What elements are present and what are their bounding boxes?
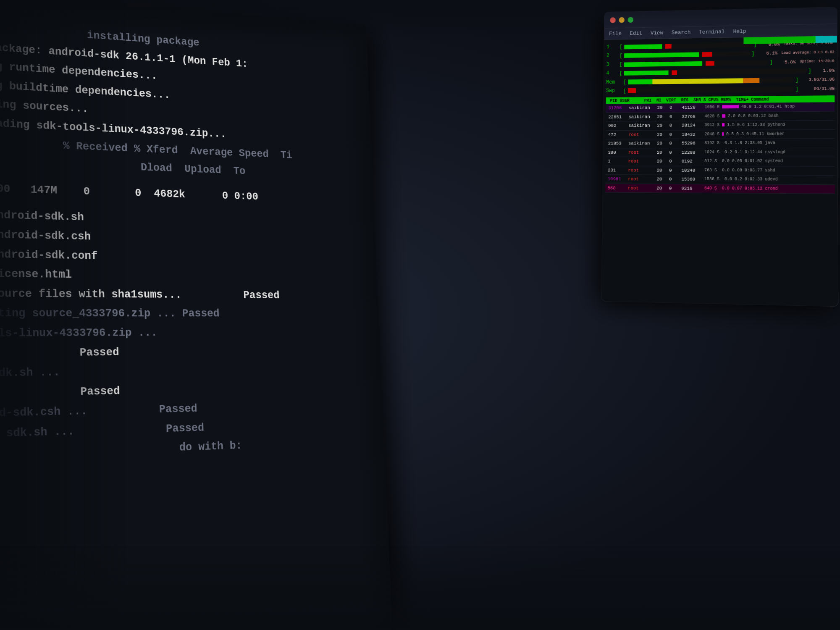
cpu-val-2: 6.1% [756, 50, 777, 57]
proc-virt: 41128 [682, 104, 704, 111]
maximize-button-icon[interactable] [628, 17, 634, 23]
proc-virt: 18432 [682, 131, 704, 138]
proc-ni: 0 [669, 176, 682, 183]
proc-virt: 9216 [681, 185, 704, 192]
proc-virt: 10240 [682, 167, 705, 174]
cpu-section: 1 [ ] 0.0% Tasks: 8k 0thr; 0 kthr 2 [ [606, 39, 835, 95]
proc-row: 568 root 20 0 9216 640 S 0.0 0.07 0:05.1… [605, 184, 835, 194]
main-terminal: installing package package: android-sdk … [0, 0, 392, 630]
desktop-scene: installing package package: android-sdk … [0, 0, 840, 630]
proc-user-root: root [628, 176, 656, 183]
htop-content: 1 [ ] 0.0% Tasks: 8k 0thr; 0 kthr 2 [ [603, 36, 837, 197]
menu-help[interactable]: Help [733, 28, 746, 34]
proc-user-root: root [628, 167, 656, 173]
minimize-button-icon[interactable] [619, 17, 625, 23]
proc-ni: 0 [669, 167, 682, 173]
proc-virt: 12288 [682, 149, 704, 156]
proc-user-root: root [628, 185, 656, 192]
terminal-output: installing package package: android-sdk … [0, 0, 385, 482]
swp-val: 0G/31.0G [800, 86, 835, 92]
proc-virt: 8192 [682, 158, 704, 165]
proc-virt: 55296 [682, 140, 704, 147]
close-button-icon[interactable] [610, 17, 616, 23]
proc-virt: 32768 [682, 113, 704, 120]
cpu-val-3: 5.8% [774, 58, 796, 66]
htop-window: File Edit View Search Terminal Help 1 [ … [601, 7, 838, 306]
proc-ni: 0 [669, 185, 682, 192]
terminal-line: ating source_4333796.zip ... Passed [0, 304, 365, 323]
proc-virt: 28124 [682, 122, 704, 129]
proc-rest: 640 S 0.0 0.07 0:05.12 crond [704, 185, 832, 192]
proc-virt: 15360 [681, 176, 704, 183]
menu-terminal[interactable]: Terminal [699, 29, 725, 35]
proc-user-root: root [628, 158, 657, 165]
